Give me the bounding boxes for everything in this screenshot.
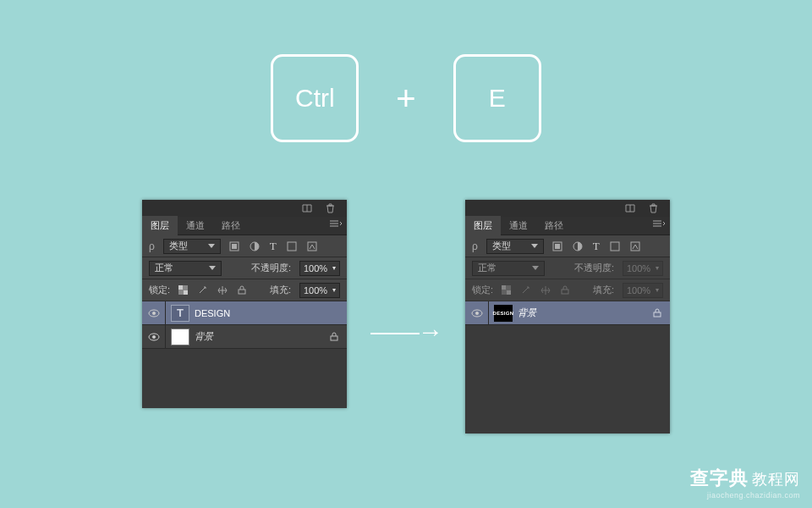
layer-row-design[interactable]: T DESIGN <box>142 301 347 325</box>
visibility-toggle[interactable] <box>465 301 489 324</box>
tab-layers[interactable]: 图层 <box>465 216 501 235</box>
lock-all-icon <box>561 285 569 295</box>
kind-select-label: 类型 <box>169 240 188 252</box>
tab-layers[interactable]: 图层 <box>142 216 178 235</box>
layer-name-bg: 背景 <box>195 330 213 343</box>
filter-type-icon[interactable]: T <box>270 240 277 253</box>
opacity-label: 不透明度: <box>574 262 614 274</box>
filter-icons: T <box>229 240 317 253</box>
thumb-text: DESIGN <box>493 311 514 316</box>
trash-icon[interactable] <box>649 203 658 213</box>
layers-panel-before: 图层 通道 路径 ρ 类型 T 正常 不透明度: 100%▾ <box>142 200 347 408</box>
filter-shape-icon[interactable] <box>610 241 620 251</box>
lock-icons <box>178 285 246 295</box>
blend-mode-label: 正常 <box>478 262 497 274</box>
lock-transparency-icon[interactable] <box>178 285 188 295</box>
svg-rect-21 <box>507 290 511 295</box>
bg-lock-icon <box>653 308 661 318</box>
svg-rect-8 <box>239 290 245 294</box>
key-ctrl-label: Ctrl <box>295 84 335 113</box>
lock-position-icon <box>540 285 551 295</box>
shortcut-row: Ctrl + E <box>0 0 812 142</box>
svg-rect-15 <box>555 244 560 249</box>
filter-adjust-icon[interactable] <box>250 241 260 251</box>
tab-paths[interactable]: 路径 <box>213 216 249 235</box>
watermark-url: jiaocheng.chazidian.com <box>690 491 800 500</box>
panel-menu-icon[interactable] <box>653 220 665 229</box>
filter-smart-icon[interactable] <box>307 241 317 251</box>
svg-point-10 <box>152 312 156 315</box>
panel-top-bar <box>465 200 670 217</box>
svg-rect-17 <box>611 242 619 251</box>
panel-tabs: 图层 通道 路径 <box>465 217 670 235</box>
panel-empty-area <box>465 325 670 433</box>
kind-select[interactable]: 类型 <box>486 239 544 254</box>
layer-row-merged[interactable]: DESIGN 背景 <box>465 301 670 325</box>
filter-shape-icon[interactable] <box>287 241 297 251</box>
watermark-brand-2: 教程网 <box>752 469 800 489</box>
filter-pixel-icon[interactable] <box>229 241 239 251</box>
svg-rect-20 <box>502 285 506 290</box>
key-e: E <box>453 54 541 142</box>
kind-select[interactable]: 类型 <box>163 239 221 254</box>
visibility-toggle[interactable] <box>142 325 166 348</box>
filter-icons: T <box>552 240 640 253</box>
trash-icon[interactable] <box>326 203 335 213</box>
svg-rect-4 <box>308 242 316 251</box>
lock-icons <box>502 285 569 295</box>
blend-mode-select: 正常 <box>472 261 545 276</box>
bg-lock-icon <box>330 332 338 341</box>
opacity-value[interactable]: 100%▾ <box>299 261 340 276</box>
svg-rect-25 <box>654 312 661 317</box>
bg-layer-thumb <box>171 329 189 345</box>
merged-layer-thumb: DESIGN <box>494 305 513 322</box>
filter-pixel-icon[interactable] <box>552 241 562 251</box>
svg-rect-13 <box>331 336 337 340</box>
opacity-value: 100%▾ <box>623 261 663 276</box>
svg-point-24 <box>475 312 479 315</box>
layer-row-background[interactable]: 背景 <box>142 325 347 349</box>
filter-adjust-icon[interactable] <box>573 241 583 251</box>
blend-row: 正常 不透明度: 100%▾ <box>465 257 670 279</box>
lock-position-icon[interactable] <box>217 285 228 295</box>
svg-rect-22 <box>562 290 568 294</box>
lock-row: 锁定: 填充: 100%▾ <box>465 279 670 301</box>
tab-channels[interactable]: 通道 <box>501 216 536 235</box>
watermark-brand-1: 查字典 <box>690 466 749 491</box>
key-ctrl: Ctrl <box>271 54 359 142</box>
tab-paths[interactable]: 路径 <box>536 216 572 235</box>
fill-label: 填充: <box>593 284 614 296</box>
svg-rect-6 <box>178 285 183 290</box>
lock-transparency-icon <box>502 285 511 295</box>
collapse-icon[interactable] <box>302 204 312 213</box>
lock-pixels-icon[interactable] <box>198 285 207 295</box>
opacity-label: 不透明度: <box>251 262 291 274</box>
collapse-icon[interactable] <box>625 204 635 213</box>
arrow-right: ——→ <box>370 318 442 346</box>
search-icon[interactable]: ρ <box>149 240 155 252</box>
filter-type-icon[interactable]: T <box>593 240 600 253</box>
blend-mode-select[interactable]: 正常 <box>149 261 222 276</box>
lock-all-icon[interactable] <box>238 285 246 295</box>
watermark: 查字典 教程网 jiaocheng.chazidian.com <box>690 466 800 500</box>
svg-rect-3 <box>288 242 296 251</box>
layer-name-merged: 背景 <box>518 306 536 319</box>
fill-label: 填充: <box>270 284 291 296</box>
filter-row: ρ 类型 T <box>142 235 347 257</box>
panel-menu-icon[interactable] <box>330 220 342 229</box>
type-layer-thumb: T <box>171 305 189 322</box>
svg-point-12 <box>152 335 156 339</box>
fill-value[interactable]: 100%▾ <box>299 283 340 298</box>
search-icon[interactable]: ρ <box>472 240 478 252</box>
lock-label: 锁定: <box>149 284 170 296</box>
fill-value: 100%▾ <box>623 283 663 298</box>
filter-smart-icon[interactable] <box>630 241 640 251</box>
blend-row: 正常 不透明度: 100%▾ <box>142 257 347 279</box>
filter-row: ρ 类型 T <box>465 235 670 257</box>
tab-channels[interactable]: 通道 <box>178 216 213 235</box>
panel-empty-area <box>142 349 347 408</box>
svg-rect-7 <box>184 290 188 295</box>
panel-top-bar <box>142 200 347 217</box>
visibility-toggle[interactable] <box>142 301 166 324</box>
lock-label: 锁定: <box>472 284 493 296</box>
